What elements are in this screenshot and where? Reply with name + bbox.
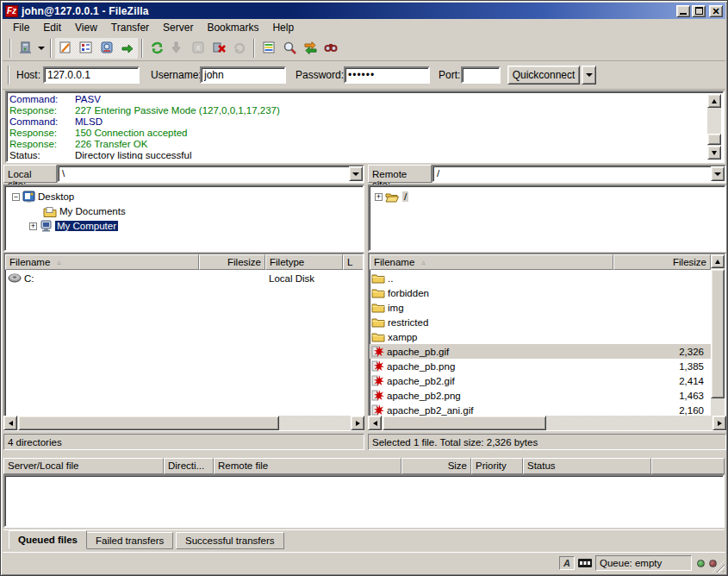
filter-button[interactable] [258, 38, 279, 59]
password-input[interactable] [344, 66, 430, 84]
scroll-left-button[interactable] [368, 416, 382, 430]
remote-file-row[interactable]: xampp [370, 329, 711, 344]
column-header-filesize[interactable]: Filesize [613, 254, 711, 270]
expand-icon[interactable]: + [375, 193, 383, 201]
queue-column-direction[interactable]: Directi... [164, 458, 214, 474]
queue-icon [121, 41, 134, 56]
remote-tree-icon [100, 41, 114, 56]
tree-item-desktop[interactable]: − Desktop [12, 190, 74, 203]
remote-horizontal-scrollbar[interactable] [368, 416, 726, 430]
toggle-queue-button[interactable] [117, 38, 138, 59]
host-label: Host: [16, 69, 40, 81]
disconnect-button[interactable] [208, 38, 229, 59]
site-manager-button[interactable] [15, 38, 35, 59]
scroll-thumb[interactable] [383, 416, 546, 430]
scroll-thumb[interactable] [711, 269, 725, 398]
collapse-icon[interactable]: − [12, 193, 20, 201]
column-header-filename[interactable]: Filename▵ [5, 254, 199, 270]
find-files-button[interactable] [320, 38, 341, 59]
column-header-last-modified[interactable]: L [343, 254, 364, 270]
scroll-right-button[interactable] [712, 416, 726, 430]
queue-list[interactable] [3, 474, 725, 528]
menu-transfer[interactable]: Transfer [104, 20, 156, 35]
remote-site-dropdown[interactable] [711, 166, 725, 181]
tree-item-my-documents[interactable]: My Documents [43, 204, 126, 218]
speed-limit-icon[interactable] [577, 556, 593, 570]
tab-successful-transfers[interactable]: Successful transfers [176, 532, 284, 549]
local-site-combo[interactable]: \ [57, 165, 364, 183]
menubar: File Edit View Transfer Server Bookmarks… [3, 19, 725, 36]
host-input[interactable] [43, 66, 140, 84]
maximize-button[interactable] [692, 5, 706, 17]
remote-site-combo[interactable]: / [432, 165, 726, 183]
column-header-filetype[interactable]: Filetype [265, 254, 343, 270]
queue-column-server-local-file[interactable]: Server/Local file [3, 458, 164, 474]
expand-icon[interactable]: + [29, 222, 37, 230]
refresh-button[interactable] [146, 38, 167, 59]
scroll-up-button[interactable] [707, 94, 721, 108]
log-line: Command:PASV [9, 94, 706, 105]
compare-directories-icon [283, 41, 297, 57]
scroll-thumb[interactable] [707, 134, 721, 145]
filezilla-window: Fz john@127.0.0.1 - FileZilla ✕ File Edi… [0, 0, 728, 576]
remote-vertical-scrollbar[interactable] [711, 254, 725, 429]
remote-file-row[interactable]: .. [370, 271, 711, 285]
remote-file-row[interactable]: apache_pb.png 1,385 [370, 359, 711, 373]
quickconnect-button[interactable]: Quickconnect [507, 66, 580, 85]
scroll-up-button[interactable] [711, 254, 725, 268]
toggle-remote-tree-button[interactable] [96, 38, 117, 59]
file-size: 2,326 [679, 347, 704, 357]
menu-bookmarks[interactable]: Bookmarks [200, 20, 265, 35]
transfer-type-icon[interactable]: A [559, 556, 575, 570]
arrow-up-icon [712, 99, 717, 103]
scroll-down-button[interactable] [707, 146, 721, 160]
log-vertical-scrollbar[interactable] [707, 94, 721, 160]
queue-column-size[interactable]: Size [401, 458, 471, 474]
username-input[interactable] [200, 66, 286, 84]
port-input[interactable] [461, 66, 501, 84]
remote-file-row[interactable]: apache_pb2.gif 2,414 [370, 373, 711, 388]
remote-file-row[interactable]: img [370, 300, 711, 315]
queue-column-remote-file[interactable]: Remote file [214, 458, 401, 474]
remote-site-value: / [437, 168, 439, 178]
remote-file-row-selected[interactable]: apache_pb.gif 2,326 [370, 344, 711, 359]
menu-view[interactable]: View [68, 20, 104, 35]
tree-item-root[interactable]: + / [375, 190, 408, 203]
menu-edit[interactable]: Edit [36, 20, 68, 35]
local-file-row[interactable]: C: Local Disk [5, 271, 363, 285]
quickconnect-dropdown-button[interactable] [582, 66, 596, 85]
close-icon: ✕ [712, 7, 719, 16]
remote-file-row[interactable]: forbidden [370, 285, 711, 300]
column-header-filename[interactable]: Filename▵ [370, 254, 613, 270]
local-horizontal-scrollbar[interactable] [3, 416, 364, 430]
scroll-left-button[interactable] [3, 416, 17, 430]
close-button[interactable]: ✕ [709, 5, 723, 17]
led-red-indicator [709, 560, 717, 567]
column-header-filesize[interactable]: Filesize [199, 254, 265, 270]
file-name: apache_pb2.gif [387, 376, 455, 386]
remote-file-row[interactable]: apache_pb2.png 1,463 [370, 388, 711, 403]
titlebar[interactable]: Fz john@127.0.0.1 - FileZilla ✕ [3, 3, 725, 19]
local-site-dropdown[interactable] [349, 166, 363, 181]
tab-queued-files[interactable]: Queued files [9, 530, 87, 549]
remote-file-row[interactable]: restricted [370, 315, 711, 329]
port-label: Port: [439, 69, 460, 81]
tab-failed-transfers[interactable]: Failed transfers [86, 532, 173, 549]
tree-item-my-computer[interactable]: + My Computer [29, 219, 118, 233]
site-manager-dropdown-button[interactable] [35, 38, 47, 59]
menu-help[interactable]: Help [265, 20, 301, 35]
queue-column-priority[interactable]: Priority [471, 458, 523, 474]
scroll-right-button[interactable] [351, 416, 364, 430]
toggle-local-tree-button[interactable] [76, 38, 96, 59]
filter-icon [262, 41, 276, 56]
scroll-thumb[interactable] [18, 416, 279, 430]
local-pane: Local site: \ − Desktop My Documents [3, 165, 364, 453]
compare-directories-button[interactable] [279, 38, 300, 59]
menu-file[interactable]: File [6, 20, 36, 35]
menu-server[interactable]: Server [156, 20, 200, 35]
local-tree: − Desktop My Documents + My Computer [3, 185, 364, 252]
toggle-message-log-button[interactable] [55, 38, 76, 59]
synchronized-browsing-button[interactable] [300, 38, 320, 59]
queue-column-status[interactable]: Status [523, 458, 651, 474]
minimize-button[interactable] [676, 5, 690, 17]
